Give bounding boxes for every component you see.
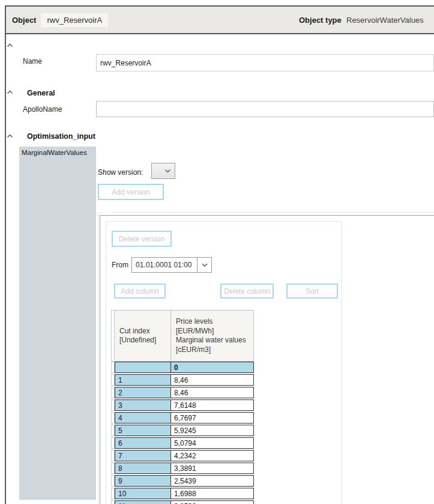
add-version-button[interactable]: Add version: [98, 184, 164, 200]
window-border-left: [5, 5, 6, 504]
name-input[interactable]: [96, 54, 434, 71]
table-row[interactable]: 6 5,0794: [111, 437, 254, 449]
row-index-cell[interactable]: 2: [115, 387, 171, 398]
add-column-button[interactable]: Add column: [114, 284, 166, 299]
row-value-cell[interactable]: 7,6148: [171, 399, 254, 411]
row-index-cell[interactable]: 3: [115, 399, 171, 411]
table-row[interactable]: 8 3,3891: [111, 463, 254, 474]
table-row[interactable]: 7 4,2342: [111, 450, 254, 461]
chevron-down-icon: [164, 169, 171, 173]
row-index-cell[interactable]: 1: [115, 374, 171, 386]
object-header-bar: Object rwv_ReservoirA Object type Reserv…: [6, 7, 434, 34]
row-index-cell[interactable]: 11: [115, 500, 171, 504]
row-index-cell[interactable]: 6: [115, 437, 171, 449]
table-row[interactable]: 10 1,6988: [111, 488, 254, 499]
object-name: rwv_ReservoirA: [41, 13, 108, 27]
object-label: Object: [12, 16, 36, 25]
row-value-cell[interactable]: 4,2342: [171, 450, 254, 461]
optimisation-collapse-chevron-up-icon[interactable]: [7, 134, 13, 138]
table-row[interactable]: 4 6,7697: [111, 412, 254, 424]
table-header-row: Cut index [Undefined] Price levels [EUR/…: [111, 310, 254, 362]
apollo-name-input[interactable]: [96, 101, 434, 117]
apollo-name-label: ApolloName: [23, 105, 62, 114]
row-value-cell[interactable]: 3,3891: [171, 463, 254, 474]
row-value-cell[interactable]: 1,6988: [171, 488, 254, 499]
row-value-cell[interactable]: 5,9245: [171, 425, 254, 436]
row-value-cell[interactable]: 2,5439: [171, 475, 254, 487]
general-collapse-chevron-up-icon[interactable]: [7, 90, 13, 94]
table-row[interactable]: 5 5,9245: [111, 425, 254, 436]
row-index-cell[interactable]: 5: [115, 425, 171, 436]
marginal-water-values-panel: MarginalWaterValues: [19, 147, 96, 500]
object-type-value: ReservoirWaterValues: [346, 16, 424, 25]
object-editor-window: Object rwv_ReservoirA Object type Reserv…: [0, 0, 434, 504]
row-index-cell[interactable]: 4: [115, 412, 171, 424]
general-section-title: General: [27, 89, 55, 97]
subrow-index-cell[interactable]: [115, 362, 171, 373]
price-levels-column-header[interactable]: Price levels [EUR/MWh] Marginal water va…: [171, 310, 254, 362]
from-label: From: [112, 261, 128, 269]
table-row[interactable]: 11 0,8536: [111, 500, 254, 504]
sort-button[interactable]: Sort: [286, 284, 338, 299]
marginal-water-values-label: MarginalWaterValues: [22, 149, 87, 156]
show-version-label: Show version:: [98, 168, 143, 177]
combo-arrow-button[interactable]: [197, 258, 211, 272]
table-row[interactable]: 2 8,46: [111, 387, 254, 398]
row-index-cell[interactable]: 10: [115, 488, 171, 499]
row-value-cell[interactable]: 5,0794: [171, 437, 254, 449]
chevron-down-icon: [202, 263, 208, 267]
show-version-dropdown[interactable]: [151, 163, 175, 179]
row-value-cell[interactable]: 0,8536: [171, 500, 254, 504]
optimisation-section-title: Optimisation_input: [27, 132, 95, 141]
from-date-combobox[interactable]: 01.01.0001 01:00: [131, 257, 212, 273]
cut-index-column-header[interactable]: Cut index [Undefined]: [115, 310, 171, 362]
row-value-cell[interactable]: 8,46: [171, 374, 254, 386]
from-date-value: 01.01.0001 01:00: [132, 258, 197, 272]
table-row[interactable]: 1 8,46: [111, 374, 254, 386]
table-subheader-row[interactable]: 0: [111, 362, 254, 373]
delete-version-button[interactable]: Delete version: [112, 231, 172, 247]
row-index-cell[interactable]: 8: [115, 463, 171, 474]
row-value-cell[interactable]: 6,7697: [171, 412, 254, 424]
subrow-value-cell[interactable]: 0: [171, 362, 254, 373]
row-index-cell[interactable]: 9: [115, 475, 171, 487]
row-value-cell[interactable]: 8,46: [171, 387, 254, 398]
name-field-label: Name: [23, 57, 42, 65]
object-type-label: Object type: [299, 16, 342, 25]
collapse-chevron-up-icon[interactable]: [7, 43, 13, 47]
delete-column-button[interactable]: Delete column: [220, 284, 274, 299]
table-row[interactable]: 9 2,5439: [111, 475, 254, 487]
row-index-cell[interactable]: 7: [115, 450, 171, 461]
version-groupbox-legend-gap: [101, 211, 112, 214]
table-row[interactable]: 3 7,6148: [111, 399, 254, 411]
